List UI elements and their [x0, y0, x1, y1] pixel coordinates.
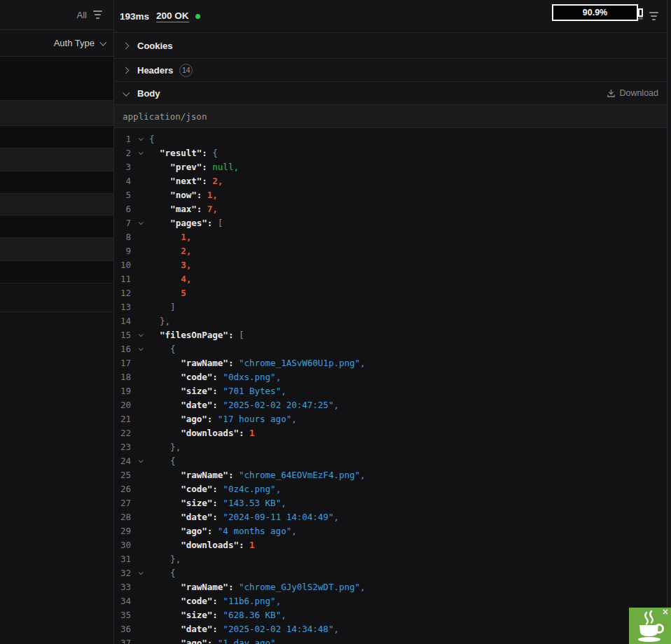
line-number: 16 [116, 344, 131, 354]
code-line: 8 1, [114, 230, 671, 244]
code-line: 5 "now": 1, [114, 188, 671, 202]
status-dot-icon [195, 14, 200, 19]
sidebar-row[interactable] [0, 194, 113, 216]
code-line: 36 "date": "2025-02-02 14:34:48", [114, 622, 671, 636]
chevron-right-icon[interactable] [123, 42, 130, 49]
line-number: 3 [116, 162, 131, 172]
chevron-down-icon [138, 136, 143, 141]
code-line: 7 "pages": [ [114, 216, 671, 230]
response-duration: 193ms [120, 11, 149, 22]
code-text: 4, [149, 274, 191, 284]
code-line: 15 "filesOnPage": [ [114, 328, 671, 342]
sidebar-row[interactable] [0, 238, 113, 261]
code-text: 3, [149, 260, 191, 270]
sidebar-row[interactable] [0, 284, 113, 312]
sidebar-row[interactable] [0, 172, 113, 194]
code-line: 14 }, [114, 314, 671, 328]
code-text: "code": "0z4c.png", [149, 484, 281, 494]
code-text: }, [149, 554, 181, 564]
chevron-down-icon [138, 346, 143, 351]
collapse-chevron-icon[interactable] [131, 347, 149, 351]
sidebar-row[interactable] [0, 148, 113, 172]
line-number: 11 [116, 274, 131, 284]
line-number: 17 [116, 358, 131, 368]
section-headers[interactable]: Headers14 [114, 59, 671, 82]
code-line: 20 "date": "2025-02-02 20:47:25", [114, 398, 671, 412]
code-line: 2 "result": { [114, 146, 671, 160]
code-line: 35 "size": "628.36 KB", [114, 608, 671, 622]
chevron-down-icon[interactable] [123, 89, 130, 96]
line-number: 4 [116, 176, 131, 186]
coffee-widget[interactable]: × [629, 608, 671, 644]
line-number: 12 [116, 288, 131, 298]
line-number: 2 [116, 148, 131, 158]
code-line: 1{ [114, 132, 671, 146]
sidebar-row[interactable] [0, 126, 113, 148]
code-line: 32 { [114, 566, 671, 580]
code-text: "code": "11b6.png", [149, 596, 281, 606]
sidebar-row[interactable] [0, 216, 113, 238]
chevron-right-icon[interactable] [123, 66, 130, 74]
chevron-down-icon [138, 332, 143, 337]
chevron-down-icon [138, 150, 143, 155]
code-line: 19 "size": "701 Bytes", [114, 384, 671, 398]
line-number: 19 [116, 386, 131, 396]
code-text: "downloads": 1 [149, 428, 255, 438]
code-text: "max": 7, [149, 204, 218, 214]
line-number: 24 [116, 456, 131, 466]
code-line: 3 "prev": null, [114, 160, 671, 174]
sidebar-rest [0, 312, 113, 644]
line-number: 20 [116, 400, 131, 410]
download-icon [607, 90, 615, 97]
code-line: 6 "max": 7, [114, 202, 671, 216]
code-text: "date": "2025-02-02 14:34:48", [149, 624, 339, 634]
auth-type-dropdown[interactable]: Auth Type [0, 30, 113, 57]
coffee-cup-icon [632, 610, 667, 643]
sidebar-filter-label[interactable]: All [77, 10, 87, 20]
code-line: 12 5 [114, 286, 671, 300]
collapse-chevron-icon[interactable] [131, 459, 149, 463]
sidebar-row[interactable] [0, 101, 113, 126]
section-badge: 14 [179, 64, 193, 77]
code-text: "size": "143.53 KB", [149, 498, 286, 508]
code-text: 5 [149, 288, 186, 298]
line-number: 28 [116, 512, 131, 522]
chevron-down-icon [99, 39, 106, 46]
code-line: 37 "ago": "1 day ago" [114, 636, 671, 644]
section-cookies[interactable]: Cookies [114, 33, 671, 59]
line-number: 32 [116, 568, 131, 578]
scrollbar-track[interactable] [667, 0, 671, 644]
code-text: "date": "2024-09-11 14:04:49", [149, 512, 339, 522]
line-number: 6 [116, 204, 131, 214]
chevron-down-icon [138, 458, 143, 463]
code-text: { [149, 344, 176, 354]
response-status[interactable]: 200 OK [156, 10, 189, 22]
chevron-down-icon [138, 570, 143, 575]
filter-icon[interactable] [649, 12, 658, 20]
code-line: 11 4, [114, 272, 671, 286]
json-viewer[interactable]: 1{2 "result": {3 "prev": null,4 "next": … [114, 128, 671, 644]
auth-type-label: Auth Type [54, 38, 95, 48]
code-text: { [149, 456, 176, 466]
section-body[interactable]: BodyDownload [114, 82, 671, 105]
line-number: 36 [116, 624, 131, 634]
battery-percentage: 90.9% [583, 8, 607, 18]
content-type-label: application/json [123, 111, 207, 122]
code-text: "rawName": "chrome_GJy0lS2wDT.png", [149, 582, 366, 592]
collapse-chevron-icon[interactable] [131, 221, 149, 225]
collapse-chevron-icon[interactable] [131, 333, 149, 337]
code-line: 9 2, [114, 244, 671, 258]
sidebar-row[interactable] [0, 261, 113, 284]
code-text: "downloads": 1 [149, 540, 255, 550]
code-line: 17 "rawName": "chrome_1ASvW60U1p.png", [114, 356, 671, 370]
code-text: { [149, 568, 176, 578]
code-text: "rawName": "chrome_1ASvW60U1p.png", [149, 358, 366, 368]
collapse-chevron-icon[interactable] [131, 151, 149, 155]
collapse-chevron-icon[interactable] [131, 137, 149, 141]
download-button[interactable]: Download [607, 88, 658, 98]
code-text: "next": 2, [149, 176, 223, 186]
line-number: 9 [116, 246, 131, 256]
line-number: 21 [116, 414, 131, 424]
collapse-chevron-icon[interactable] [131, 571, 149, 575]
filter-icon[interactable] [93, 10, 102, 19]
